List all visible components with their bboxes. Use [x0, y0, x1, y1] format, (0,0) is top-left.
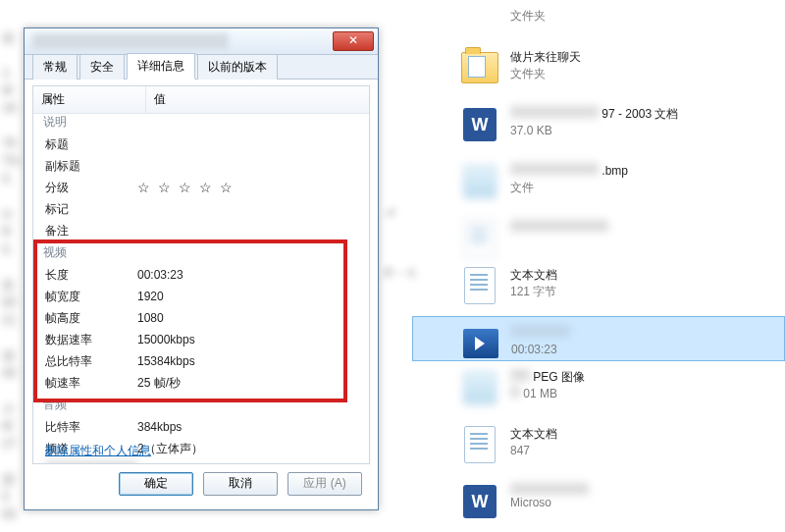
file-type: 文件夹: [510, 8, 546, 25]
file-list: 文件夹 做片来往聊天 文件夹 W 97 - 2003 文档 37.0 KB .b…: [412, 0, 785, 532]
list-item[interactable]: 文件夹: [412, 0, 785, 41]
video-data-rate: 15000kbps: [137, 331, 195, 348]
audio-bitrate: 384kbps: [137, 418, 182, 436]
window-title: [32, 33, 229, 49]
video-icon: [462, 325, 499, 362]
titlebar[interactable]: ✕: [25, 28, 378, 55]
list-item[interactable]: 文本文档 121 字节: [412, 259, 785, 316]
prop-row: 长度00:03:23: [33, 264, 369, 286]
dialog-buttons: 确定 取消 应用 (A): [25, 472, 378, 502]
prop-row: 备注: [33, 220, 369, 241]
file-size: 121 字节: [510, 284, 557, 300]
cancel-button[interactable]: 取消: [203, 472, 278, 496]
tab-security[interactable]: 安全: [79, 54, 125, 80]
prop-row: 数据速率15000kbps: [33, 329, 369, 350]
tab-details[interactable]: 详细信息: [127, 53, 195, 80]
video-frame-width: 1920: [137, 288, 164, 305]
bg-text: .ttf: [383, 206, 395, 220]
list-item[interactable]: 文本文档 847: [412, 418, 785, 475]
text-icon: [461, 267, 498, 304]
prop-row: 标题: [33, 133, 369, 155]
file-size: 37.0 KB: [510, 123, 678, 139]
close-button[interactable]: ✕: [333, 31, 374, 51]
prop-row: 比特率384kbps: [33, 416, 369, 438]
tab-strip: 常规 安全 详细信息 以前的版本: [25, 55, 378, 80]
section-video: 视频: [33, 241, 369, 264]
property-list[interactable]: 说明 标题 副标题 分级☆ ☆ ☆ ☆ ☆ 标记 备注 视频 长度00:03:2…: [33, 111, 369, 463]
file-name: 做片来往聊天: [510, 49, 581, 66]
file-type: PEG 图像: [533, 370, 585, 384]
apply-button[interactable]: 应用 (A): [288, 472, 362, 496]
file-ext: .bmp: [602, 164, 628, 178]
text-icon: [461, 426, 498, 463]
prop-row: 总比特率15384kbps: [33, 350, 369, 372]
jpeg-icon: [461, 369, 498, 406]
video-frame-rate: 25 帧/秒: [137, 374, 181, 392]
file-type: 文本文档: [510, 426, 557, 443]
list-item[interactable]: 做片来往聊天 文件夹: [412, 41, 785, 98]
file-icon: [461, 163, 498, 200]
file-type: 文本文档: [510, 267, 557, 284]
section-description: 说明: [33, 111, 369, 133]
list-item[interactable]: W 97 - 2003 文档 37.0 KB: [412, 98, 785, 155]
file-icon: [461, 220, 498, 257]
file-type: 文件夹: [510, 66, 581, 82]
tab-general[interactable]: 常规: [32, 54, 78, 80]
file-app: Microso: [510, 495, 589, 511]
section-audio: 音频: [33, 394, 369, 416]
prop-row: 标记: [33, 198, 369, 220]
rating-stars[interactable]: ☆ ☆ ☆ ☆ ☆: [137, 179, 235, 196]
list-item[interactable]: [412, 212, 785, 259]
list-item[interactable]: W Microso: [412, 475, 785, 532]
video-total-bitrate: 15384kbps: [137, 352, 195, 370]
properties-dialog: ✕ 常规 安全 详细信息 以前的版本 属性 值 说明 标题 副标题 分级☆ ☆ …: [24, 27, 379, 510]
prop-row: [33, 459, 369, 463]
video-frame-height: 1080: [137, 309, 164, 327]
video-length: 00:03:23: [137, 266, 183, 284]
file-size: 01 MB: [523, 387, 557, 400]
col-value: 值: [146, 86, 369, 113]
prop-row: 分级☆ ☆ ☆ ☆ ☆: [33, 177, 369, 198]
prop-row: 帧速率25 帧/秒: [33, 372, 369, 394]
ok-button[interactable]: 确定: [119, 472, 193, 496]
left-column-text: 自 1.M 18 76TN 0. rcR 0. 目00 21 深40 小 M27…: [2, 29, 19, 524]
col-property: 属性: [33, 86, 146, 113]
column-headers: 属性 值: [33, 86, 369, 114]
list-item[interactable]: PEG 图像 01 MB: [412, 361, 785, 418]
folder-icon: [461, 49, 498, 86]
file-type: 文件: [510, 180, 628, 196]
word-icon: W: [461, 106, 498, 143]
prop-row: 帧高度1080: [33, 307, 369, 329]
word-icon: W: [461, 483, 498, 520]
details-panel: 属性 值 说明 标题 副标题 分级☆ ☆ ☆ ☆ ☆ 标记 备注 视频 长度00…: [32, 85, 370, 464]
file-size: 847: [510, 443, 557, 459]
list-item[interactable]: .bmp 文件: [412, 155, 785, 212]
tab-previous-versions[interactable]: 以前的版本: [197, 54, 278, 80]
file-name-suffix: 97 - 2003 文档: [602, 107, 678, 121]
file-duration: 00:03:23: [511, 342, 570, 358]
prop-row: 帧宽度1920: [33, 286, 369, 307]
list-item-selected[interactable]: 00:03:23: [412, 316, 785, 361]
prop-row: 副标题: [33, 155, 369, 177]
remove-properties-link[interactable]: 删除属性和个人信息: [45, 443, 151, 459]
